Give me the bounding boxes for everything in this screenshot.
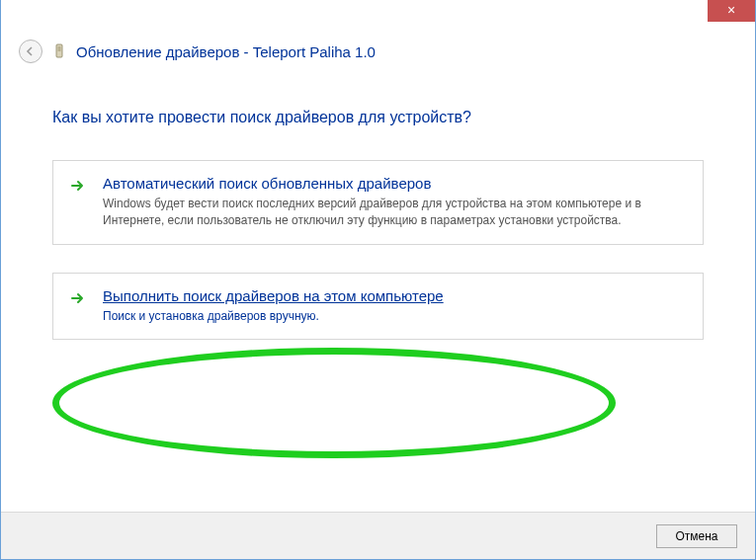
arrow-right-icon — [69, 289, 87, 307]
option-description: Поиск и установка драйверов вручную. — [103, 308, 685, 325]
close-button[interactable]: × — [708, 0, 755, 22]
option-title: Автоматический поиск обновленных драйвер… — [103, 175, 685, 192]
page-heading: Как вы хотите провести поиск драйверов д… — [52, 109, 704, 126]
arrow-right-icon — [69, 177, 87, 195]
wizard-footer: Отмена — [1, 512, 755, 559]
annotation-highlight-ellipse — [52, 348, 616, 458]
wizard-header: Обновление драйверов - Teleport Paliha 1… — [1, 30, 755, 81]
svg-rect-1 — [58, 46, 61, 51]
device-icon — [50, 42, 68, 60]
option-title: Выполнить поиск драйверов на этом компью… — [103, 287, 685, 304]
wizard-content: Как вы хотите провести поиск драйверов д… — [15, 81, 741, 506]
option-browse-computer[interactable]: Выполнить поиск драйверов на этом компью… — [52, 273, 704, 340]
arrow-left-icon — [25, 45, 37, 57]
titlebar: × — [1, 0, 755, 30]
option-description: Windows будет вести поиск последних верс… — [103, 196, 685, 230]
back-button[interactable] — [19, 40, 42, 63]
header-title: Обновление драйверов - Teleport Paliha 1… — [76, 43, 376, 60]
cancel-button[interactable]: Отмена — [656, 524, 737, 548]
option-auto-search[interactable]: Автоматический поиск обновленных драйвер… — [52, 160, 704, 245]
